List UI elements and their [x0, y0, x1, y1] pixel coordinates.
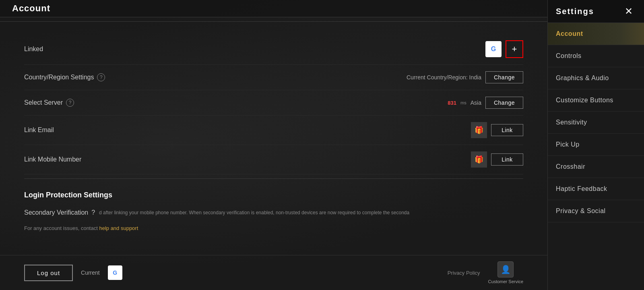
help-support-link[interactable]: help and support [99, 225, 138, 231]
customer-service-icon: 👤 [497, 261, 514, 278]
account-nav-label: Account [556, 30, 583, 37]
header-divider [0, 21, 547, 22]
linked-label: Linked [24, 46, 125, 53]
link-mobile-controls: 🎁 Link [471, 151, 523, 168]
link-mobile-label: Link Mobile Number [24, 156, 125, 163]
select-server-controls: 831 ms Asia Change [448, 97, 523, 109]
link-email-row: Link Email 🎁 Link [24, 116, 523, 145]
link-email-button[interactable]: Link [491, 124, 523, 136]
account-nav-bg: Account [548, 23, 644, 45]
settings-title: Settings [556, 7, 594, 16]
sidebar-item-crosshair[interactable]: Crosshair [548, 156, 644, 178]
add-account-button[interactable]: + [506, 40, 523, 58]
sidebar: Settings ✕ Account Controls Graphics & A… [547, 0, 644, 290]
sidebar-nav: Account Controls Graphics & Audio Custom… [548, 23, 644, 290]
secondary-verification-label: Secondary Verification ? [24, 209, 95, 216]
customer-service-label: Customer Service [488, 279, 523, 284]
privacy-policy-link[interactable]: Privacy Policy [448, 270, 480, 276]
sidebar-item-sensitivity[interactable]: Sensitivity [548, 112, 644, 134]
current-country-value: Current Country/Region: India [407, 74, 481, 81]
sidebar-item-haptic-feedback[interactable]: Haptic Feedback [548, 178, 644, 200]
country-help-icon[interactable]: ? [97, 73, 105, 81]
ping-unit: ms [460, 100, 466, 105]
select-server-label: Select Server ? [24, 99, 125, 107]
logout-button[interactable]: Log out [24, 265, 73, 281]
customer-service-button[interactable]: 👤 Customer Service [488, 261, 523, 284]
close-button[interactable]: ✕ [621, 4, 636, 19]
sidebar-item-graphics-audio[interactable]: Graphics & Audio [548, 67, 644, 89]
bottom-bar: Log out Current G Privacy Policy 👤 Custo… [0, 255, 547, 290]
sidebar-item-customize-buttons[interactable]: Customize Buttons [548, 89, 644, 112]
sidebar-item-privacy-social[interactable]: Privacy & Social [548, 200, 644, 222]
secondary-verification-row: Secondary Verification ? d after linking… [24, 203, 523, 222]
settings-header: Settings ✕ [548, 0, 644, 23]
email-gift-icon: 🎁 [471, 122, 487, 138]
login-protection-title: Login Protection Settings [24, 183, 523, 203]
sidebar-item-controls[interactable]: Controls [548, 45, 644, 67]
select-server-row: Select Server ? 831 ms Asia Change [24, 90, 523, 116]
linked-controls: G + [485, 40, 523, 58]
country-change-button[interactable]: Change [485, 71, 523, 83]
help-text: For any account issues, contact help and… [24, 222, 523, 234]
secondary-help-icon[interactable]: ? [91, 209, 95, 216]
country-region-controls: Current Country/Region: India Change [407, 71, 523, 83]
sidebar-item-account[interactable]: Account [548, 23, 644, 45]
server-help-icon[interactable]: ? [66, 99, 74, 107]
link-mobile-row: Link Mobile Number 🎁 Link [24, 145, 523, 174]
server-change-button[interactable]: Change [485, 97, 523, 109]
linked-row: Linked G + [24, 34, 523, 65]
google-icon[interactable]: G [485, 41, 502, 57]
section-divider [24, 178, 523, 179]
link-email-label: Link Email [24, 126, 125, 134]
page-title: Account [12, 3, 50, 13]
link-mobile-button[interactable]: Link [491, 153, 523, 166]
ping-value: 831 [448, 100, 456, 106]
server-name: Asia [471, 99, 481, 106]
secondary-verification-description: d after linking your mobile phone number… [99, 210, 409, 215]
content-body: Linked G + Country/Region Settings ? Cur… [0, 26, 547, 255]
link-email-controls: 🎁 Link [471, 122, 523, 138]
sidebar-item-pick-up[interactable]: Pick Up [548, 134, 644, 156]
current-label: Current [81, 269, 100, 276]
page-header: Account [0, 0, 547, 17]
main-content: Account Linked G + Country/Region Settin… [0, 0, 547, 290]
current-google-icon: G [108, 265, 122, 280]
country-region-label: Country/Region Settings ? [24, 73, 125, 81]
mobile-gift-icon: 🎁 [471, 151, 487, 168]
country-region-row: Country/Region Settings ? Current Countr… [24, 65, 523, 90]
